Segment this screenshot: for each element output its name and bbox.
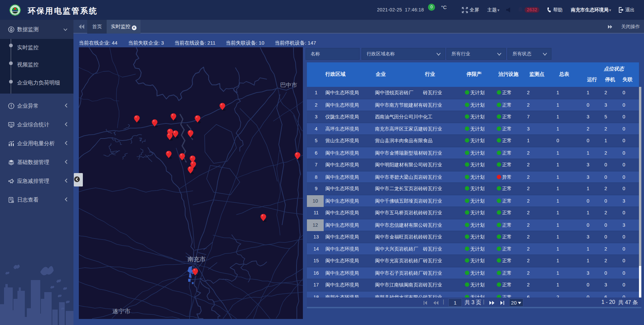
svg-text:南充市: 南充市 bbox=[187, 256, 206, 263]
svg-text:巴中市: 巴中市 bbox=[280, 82, 297, 88]
svg-text:遂宁市: 遂宁市 bbox=[112, 308, 130, 315]
